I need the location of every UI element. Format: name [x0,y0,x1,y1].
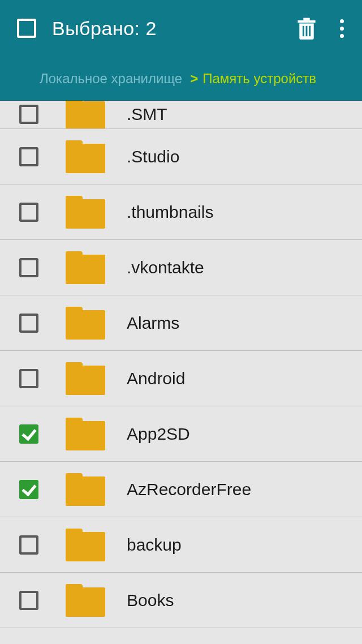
overflow-menu-icon[interactable] [335,16,348,41]
item-checkbox[interactable] [19,105,38,124]
svg-rect-1 [306,26,308,36]
item-name: .thumbnails [127,203,362,222]
item-name: Books [127,591,362,610]
appbar-title: Выбрано: 2 [52,18,294,40]
folder-icon [66,473,105,506]
folder-icon [66,196,105,229]
item-name: Alarms [127,314,362,333]
delete-icon[interactable] [294,16,319,41]
folder-icon [66,529,105,561]
breadcrumb-current: Память устройств [202,71,316,87]
list-item[interactable]: Alarms [0,295,362,351]
select-all-checkbox[interactable] [17,19,36,38]
item-name: backup [127,535,362,555]
svg-rect-0 [303,26,304,36]
list-item[interactable]: App2SD [0,406,362,462]
item-name: .vkontakte [127,258,362,277]
item-checkbox[interactable] [19,369,38,388]
item-checkbox[interactable] [19,314,38,333]
list-item[interactable]: .thumbnails [0,184,362,240]
folder-icon [66,101,105,129]
list-item[interactable]: AzRecorderFree [0,462,362,517]
folder-icon [66,140,105,173]
item-name: .Studio [127,147,362,166]
list-item[interactable]: Books [0,573,362,628]
item-checkbox[interactable] [19,591,38,610]
item-checkbox[interactable] [19,480,38,499]
item-name: AzRecorderFree [127,480,362,499]
chevron-right-icon: > [190,71,198,87]
file-list: .SMT.Studio.thumbnails.vkontakteAlarmsAn… [0,101,362,644]
item-checkbox[interactable] [19,203,38,222]
item-name: App2SD [127,424,362,444]
item-checkbox[interactable] [19,147,38,166]
folder-icon [66,362,105,395]
folder-icon [66,251,105,284]
svg-rect-2 [309,26,311,36]
list-item[interactable]: .SMT [0,101,362,129]
breadcrumb: Локальное хранилище > Память устройств [0,57,362,101]
list-item[interactable]: .Studio [0,129,362,184]
item-checkbox[interactable] [19,258,38,277]
app-bar: Выбрано: 2 [0,0,362,57]
item-checkbox[interactable] [19,424,38,444]
item-name: Android [127,369,362,388]
breadcrumb-root[interactable]: Локальное хранилище [40,71,182,87]
list-item[interactable]: Android [0,351,362,406]
folder-icon [66,418,105,450]
list-item[interactable]: backup [0,517,362,573]
item-name: .SMT [127,105,362,124]
list-item[interactable]: .vkontakte [0,240,362,295]
folder-icon [66,307,105,340]
item-checkbox[interactable] [19,535,38,555]
folder-icon [66,584,105,617]
